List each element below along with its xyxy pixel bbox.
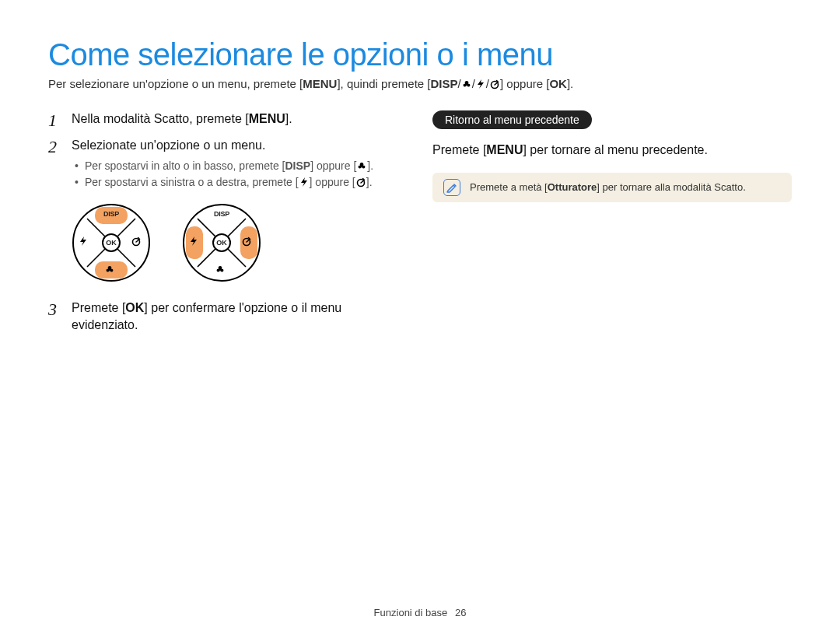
step-1-b: ].: [285, 112, 292, 125]
macro-icon: [461, 79, 472, 89]
step-1: 1 Nella modalità Scatto, premete [MENU].: [48, 110, 408, 129]
flash-icon: [475, 79, 486, 89]
step-3: 3 Premete [OK] per confermare l'opzione …: [48, 299, 408, 333]
step-1-num: 1: [48, 110, 62, 129]
b2-b: ] oppure [: [310, 176, 355, 188]
footer-page-number: 26: [455, 607, 466, 618]
disp-label: DISP: [285, 159, 310, 172]
timer-icon: [241, 236, 255, 250]
step-3-num: 3: [48, 299, 62, 333]
menu-label: MENU: [249, 112, 285, 125]
dial-left-right: DISP OK: [182, 203, 261, 282]
b1-c: ].: [367, 159, 373, 172]
dial-ok: OK: [106, 239, 117, 247]
dial-up-down: DISP OK: [72, 203, 151, 282]
step-2-num: 2: [48, 137, 62, 192]
return-menu-pill: Ritorno al menu precedente: [432, 110, 592, 129]
note-box: Premete a metà [Otturatore] per tornare …: [432, 173, 792, 202]
step-2: 2 Selezionate un'opzione o un menu. Per …: [48, 137, 408, 192]
note-b: ] per tornare alla modalità Scatto.: [597, 181, 746, 193]
macro-icon: [104, 264, 118, 278]
step-2-bullet-1: Per spostarvi in alto o in basso, premet…: [75, 159, 373, 173]
rt-a: Premete [: [432, 143, 486, 156]
flash-icon: [188, 236, 202, 250]
b1-a: Per spostarvi in alto o in basso, premet…: [85, 159, 285, 172]
timer-icon: [355, 177, 366, 187]
intro-b: ], quindi premete [: [337, 77, 430, 90]
page-title: Come selezionare le opzioni o i menu: [48, 37, 792, 72]
flash-icon: [299, 177, 310, 187]
rt-b: ] per tornare al menu precedente.: [523, 143, 707, 156]
intro-a: Per selezionare un'opzione o un menu, pr…: [48, 77, 303, 90]
menu-label: MENU: [486, 143, 523, 156]
macro-icon: [215, 264, 229, 278]
intro-c: ] oppure [: [500, 77, 549, 90]
step-2-bullet-2: Per spostarvi a sinistra o a destra, pre…: [75, 175, 373, 190]
b1-b: ] oppure [: [310, 159, 356, 172]
left-column: 1 Nella modalità Scatto, premete [MENU].…: [48, 110, 408, 342]
step-1-text: Nella modalità Scatto, premete [MENU].: [72, 110, 292, 129]
menu-label: MENU: [303, 77, 337, 90]
disp-label: DISP: [430, 77, 457, 90]
note-a: Premete a metà [: [470, 181, 548, 193]
footer-section: Funzioni di base: [374, 607, 448, 618]
shutter-label: Otturatore: [548, 181, 597, 193]
page-footer: Funzioni di base 26: [0, 607, 840, 618]
b2-c: ].: [366, 176, 373, 188]
step-2-main: Selezionate un'opzione o un menu.: [72, 138, 265, 152]
b2-a: Per spostarvi a sinistra o a destra, pre…: [85, 176, 299, 188]
dial-ok: OK: [216, 239, 227, 247]
ok-label: OK: [549, 77, 567, 90]
timer-icon: [489, 79, 500, 89]
note-text: Premete a metà [Otturatore] per tornare …: [470, 181, 746, 193]
dial-diagrams: DISP OK DISP OK: [72, 203, 408, 282]
step-2-text: Selezionate un'opzione o un menu. Per sp…: [72, 137, 373, 192]
intro-d: ].: [567, 77, 573, 90]
flash-icon: [78, 236, 92, 250]
macro-icon: [356, 160, 367, 171]
right-column: Ritorno al menu precedente Premete [MENU…: [432, 110, 792, 342]
dial-disp: DISP: [214, 210, 229, 218]
note-icon: [443, 179, 460, 196]
step-3-text: Premete [OK] per confermare l'opzione o …: [72, 299, 408, 333]
timer-icon: [131, 236, 145, 250]
intro-text: Per selezionare un'opzione o un menu, pr…: [48, 77, 792, 90]
step-1-a: Nella modalità Scatto, premete [: [72, 112, 249, 125]
return-menu-text: Premete [MENU] per tornare al menu prece…: [432, 142, 792, 159]
step-3-a: Premete [: [72, 301, 125, 314]
ok-label: OK: [125, 301, 144, 314]
dial-disp: DISP: [103, 210, 119, 218]
